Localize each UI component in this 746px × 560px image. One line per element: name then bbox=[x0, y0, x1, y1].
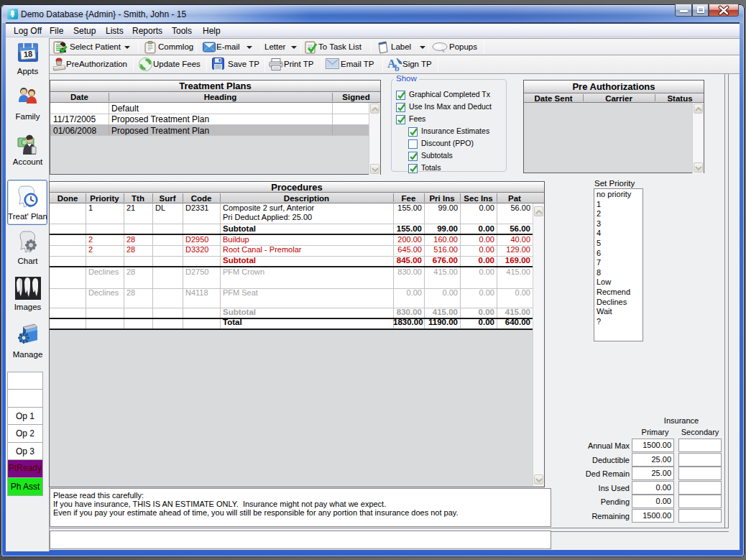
svg-text:b: b bbox=[395, 63, 400, 72]
svg-text:18: 18 bbox=[24, 50, 33, 59]
